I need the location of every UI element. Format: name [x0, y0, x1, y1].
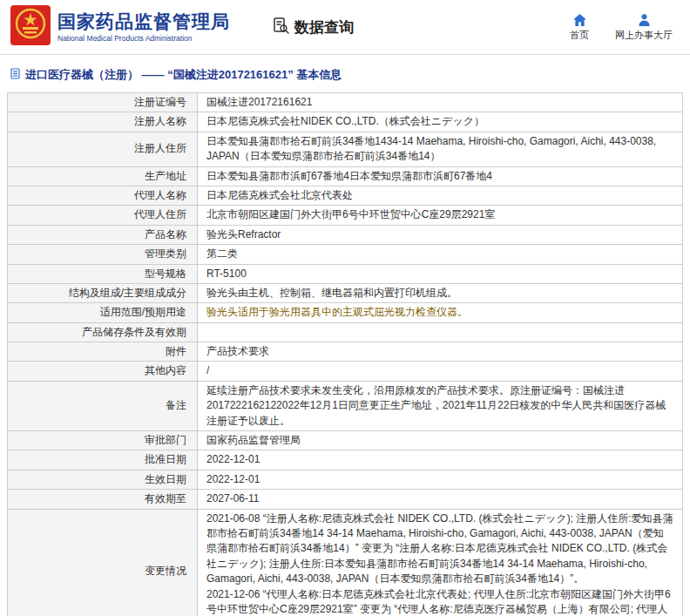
- row-value: RT-5100: [198, 264, 683, 283]
- row-label: 型号规格: [8, 264, 198, 283]
- row-label: 适用范围/预期用途: [8, 303, 198, 322]
- table-row: 适用范围/预期用途验光头适用于验光用器具中的主观式屈光视力检查仪器。: [8, 303, 683, 322]
- table-row: 附件产品技术要求: [8, 342, 683, 362]
- row-label: 结构及组成/主要组成成分: [8, 283, 198, 302]
- table-row: 备注延续注册产品技术要求未发生变化，沿用原核发的产品技术要求。原注册证编号：国械…: [8, 381, 683, 430]
- row-label: 产品储存条件及有效期: [8, 322, 198, 342]
- row-value: 第二类: [198, 245, 683, 264]
- row-label: 其他内容: [8, 362, 198, 381]
- row-label: 审批部门: [8, 431, 198, 450]
- row-value: 日本爱知县蒲郡市浜町67番地4日本爱知県蒲郡市浜町67番地4: [198, 166, 683, 186]
- row-value: 日本尼德克株式会社北京代表处: [198, 186, 683, 205]
- row-value: 验光头Refractor: [198, 225, 683, 244]
- national-emblem-icon: [10, 5, 51, 49]
- row-label: 变更情况: [8, 509, 198, 616]
- row-label: 备注: [8, 381, 198, 430]
- document-icon: [10, 68, 20, 82]
- table-row: 注册人住所日本爱知县蒲郡市拾石町前浜34番地1434-14 Maehama, H…: [8, 132, 683, 166]
- row-value: 2027-06-11: [198, 490, 683, 509]
- row-label: 生效日期: [8, 470, 198, 489]
- nav-home[interactable]: 首页: [570, 13, 589, 42]
- row-value: 北京市朝阳区建国门外大街甲6号中环世贸中心C座29层2921室: [198, 206, 683, 225]
- table-row: 产品储存条件及有效期: [8, 322, 683, 342]
- page-title-text: 进口医疗器械（注册） —— “国械注进20172161621” 基本信息: [25, 67, 342, 83]
- row-label: 代理人名称: [8, 186, 198, 205]
- registration-info-table: 注册证编号国械注进20172161621注册人名称日本尼德克株式会社NIDEK …: [7, 92, 683, 616]
- nmpa-brand: 国家药品监督管理局 National Medical Products Admi…: [10, 5, 230, 49]
- table-row: 管理类别第二类: [8, 245, 683, 264]
- row-value: 验光头适用于验光用器具中的主观式屈光视力检查仪器。: [198, 303, 683, 322]
- row-value: 日本尼德克株式会社NIDEK CO.,LTD.（株式会社ニデック）: [198, 112, 683, 132]
- row-value: [198, 322, 683, 342]
- table-row: 审批部门国家药品监督管理局: [8, 431, 683, 450]
- table-row: 有效期至2027-06-11: [8, 490, 683, 509]
- row-label: 注册人名称: [8, 112, 198, 132]
- table-row: 型号规格RT-5100: [8, 264, 683, 283]
- row-value: 2021-06-08 “注册人名称:尼德克株式会社 NIDEK CO.,LTD.…: [198, 509, 683, 616]
- data-query-tab[interactable]: 数据查询: [272, 17, 354, 38]
- table-row: 变更情况2021-06-08 “注册人名称:尼德克株式会社 NIDEK CO.,…: [8, 509, 683, 616]
- nav-service-hall[interactable]: 网上办事大厅: [615, 13, 673, 42]
- page: 国家药品监督管理局 National Medical Products Admi…: [0, 0, 690, 616]
- row-label: 有效期至: [8, 490, 198, 509]
- info-table-body: 注册证编号国械注进20172161621注册人名称日本尼德克株式会社NIDEK …: [8, 93, 683, 616]
- agency-name-cn: 国家药品监督管理局: [58, 11, 230, 31]
- row-value: /: [198, 362, 683, 381]
- table-row: 生效日期2022-12-01: [8, 470, 683, 489]
- row-label: 批准日期: [8, 450, 198, 470]
- nav-home-label: 首页: [570, 29, 589, 42]
- top-nav: 首页 网上办事大厅: [570, 13, 678, 42]
- person-icon: [638, 13, 651, 26]
- page-title: 进口医疗器械（注册） —— “国械注进20172161621” 基本信息: [0, 55, 690, 92]
- home-icon: [573, 13, 586, 26]
- row-label: 附件: [8, 342, 198, 362]
- data-query-label: 数据查询: [294, 17, 354, 37]
- table-row: 代理人住所北京市朝阳区建国门外大街甲6号中环世贸中心C座29层2921室: [8, 206, 683, 225]
- row-value: 产品技术要求: [198, 342, 683, 362]
- row-value: 日本爱知县蒲郡市拾石町前浜34番地1434-14 Maehama, Hirois…: [198, 132, 683, 166]
- header: 国家药品监督管理局 National Medical Products Admi…: [0, 0, 690, 55]
- data-query-icon: [272, 17, 289, 38]
- row-label: 代理人住所: [8, 206, 198, 225]
- row-label: 产品名称: [8, 225, 198, 244]
- table-row: 产品名称验光头Refractor: [8, 225, 683, 244]
- row-label: 注册证编号: [8, 93, 198, 112]
- row-label: 注册人住所: [8, 132, 198, 166]
- table-row: 生产地址日本爱知县蒲郡市浜町67番地4日本爱知県蒲郡市浜町67番地4: [8, 166, 683, 186]
- table-row: 注册人名称日本尼德克株式会社NIDEK CO.,LTD.（株式会社ニデック）: [8, 112, 683, 132]
- row-value: 延续注册产品技术要求未发生变化，沿用原核发的产品技术要求。原注册证编号：国械注进…: [198, 381, 683, 430]
- row-label: 生产地址: [8, 166, 198, 186]
- row-value: 2022-12-01: [198, 470, 683, 489]
- table-row: 其他内容/: [8, 362, 683, 381]
- table-row: 批准日期2022-12-01: [8, 450, 683, 470]
- agency-name-en: National Medical Products Administration: [58, 34, 230, 43]
- row-value: 国械注进20172161621: [198, 93, 683, 112]
- row-value: 2022-12-01: [198, 450, 683, 470]
- table-row: 结构及组成/主要组成成分验光头由主机、控制箱、继电器箱和内置打印机组成。: [8, 283, 683, 302]
- nav-service-hall-label: 网上办事大厅: [615, 29, 673, 42]
- row-label: 管理类别: [8, 245, 198, 264]
- row-value: 国家药品监督管理局: [198, 431, 683, 450]
- row-value: 验光头由主机、控制箱、继电器箱和内置打印机组成。: [198, 283, 683, 302]
- table-row: 代理人名称日本尼德克株式会社北京代表处: [8, 186, 683, 205]
- table-row: 注册证编号国械注进20172161621: [8, 93, 683, 112]
